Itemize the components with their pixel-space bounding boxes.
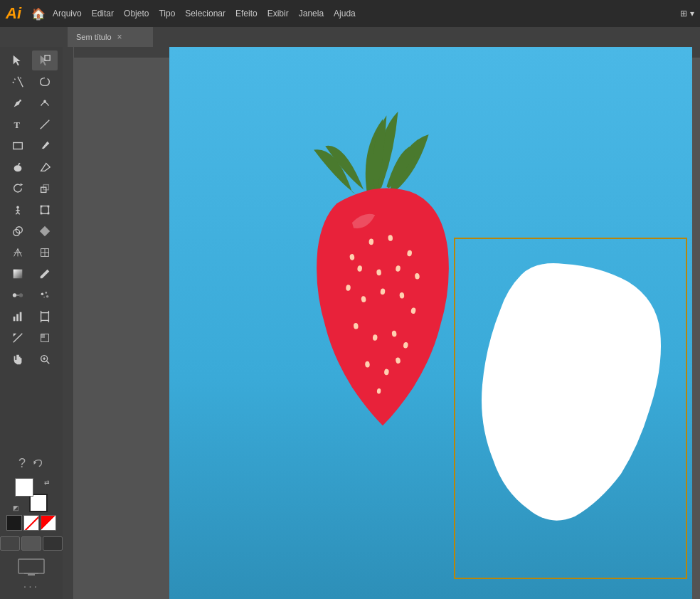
blob-brush-tool[interactable] [5,157,31,177]
svg-line-20 [18,213,20,215]
symbol-sprayer-tool[interactable] [32,285,58,305]
strawberry-scene [169,47,692,599]
select-tool[interactable] [5,51,31,70]
puppet-warp-tool[interactable] [5,200,31,220]
svg-rect-25 [48,213,50,215]
magic-wand-tool[interactable] [5,72,31,92]
color-swatch-gradient[interactable] [41,515,56,531]
arrange-icon[interactable] [17,558,46,578]
tab-close-button[interactable]: × [117,32,122,42]
workspace-switcher[interactable]: ⊞ ▾ [680,9,694,18]
svg-line-6 [21,78,21,79]
direct-select-tool[interactable] [32,51,58,70]
svg-line-10 [41,120,50,129]
help-icon[interactable]: ? [18,456,26,471]
svg-rect-45 [20,312,22,322]
color-swatch-white[interactable] [23,515,39,531]
svg-line-4 [13,82,14,83]
tool-row-10 [0,242,63,263]
swap-colors-icon[interactable]: ⇄ [44,479,50,486]
color-mode-row [6,515,56,531]
titlebar: Ai 🏠 Arquivo Editar Objeto Tipo Selecion… [0,0,700,27]
tool-row-9 [0,221,63,242]
tool-row-4: T [0,114,63,135]
menu-selecionar[interactable]: Selecionar [185,9,226,18]
screen-mode-button-2[interactable] [21,536,41,551]
home-icon[interactable]: 🏠 [31,7,46,21]
eyedropper-tool[interactable] [32,264,58,284]
artboard-tool[interactable] [32,307,58,327]
menu-efeito[interactable]: Efeito [235,9,258,18]
workspace-grid-icon: ⊞ [680,9,687,18]
menu-tipo[interactable]: Tipo [159,9,175,18]
free-transform-tool[interactable] [32,200,58,220]
workspace-dropdown-arrow: ▾ [690,9,694,18]
ruler-left [63,47,74,599]
hand-tool[interactable] [5,349,31,369]
svg-rect-24 [41,213,43,215]
tool-row-12 [0,285,63,306]
lasso-tool[interactable] [32,72,58,92]
svg-rect-22 [41,206,43,208]
live-paint-tool[interactable] [32,221,58,241]
menu-arquivo[interactable]: Arquivo [53,9,82,18]
slice-tool[interactable] [5,328,31,348]
more-tools-button[interactable]: ··· [23,581,39,593]
tool-row-6 [0,157,63,178]
menu-objeto[interactable]: Objeto [124,9,149,18]
menu-janela[interactable]: Janela [299,9,324,18]
tab-title: Sem título [76,33,112,41]
fill-color-box[interactable] [15,478,33,497]
tool-row-11 [0,263,63,285]
svg-line-5 [15,79,16,80]
svg-marker-0 [14,55,21,65]
white-blob-shape[interactable] [465,253,678,531]
curvature-tool[interactable] [32,93,58,113]
toolbar: T [0,47,63,599]
svg-point-37 [19,293,23,297]
tool-row-5 [0,135,63,157]
tool-row-1 [0,50,63,71]
svg-point-8 [43,100,46,103]
menu-ajuda[interactable]: Ajuda [334,9,356,18]
svg-rect-60 [18,559,44,573]
screen-mode-button[interactable] [0,536,20,551]
svg-point-7 [19,100,21,102]
column-graph-tool[interactable] [5,307,31,327]
line-segment-tool[interactable] [32,115,58,134]
tool-row-14 [0,327,63,349]
color-swatch-black[interactable] [6,515,22,531]
document-tab[interactable]: Sem título × [68,27,153,47]
zoom-tool[interactable] [32,349,58,369]
svg-point-41 [43,297,45,298]
type-tool[interactable]: T [5,115,31,134]
rotate-tool[interactable] [5,179,31,198]
gradient-tool[interactable] [5,264,31,284]
tool-row-7 [0,178,63,199]
blend-tool[interactable] [5,285,31,305]
svg-point-39 [41,292,44,295]
svg-marker-13 [21,184,23,186]
svg-rect-23 [48,206,50,208]
screen-mode-button-3[interactable] [43,536,63,551]
tabbar: Sem título × [0,27,700,47]
pen-tool[interactable] [5,93,31,113]
shape-builder-tool[interactable] [5,221,31,241]
paintbrush-tool[interactable] [32,136,58,156]
mesh-tool[interactable] [32,243,58,263]
svg-text:T: T [14,120,21,130]
menu-editar[interactable]: Editar [92,9,114,18]
scale-tool[interactable] [32,179,58,198]
canvas-area[interactable] [63,47,700,599]
menu-exibir[interactable]: Exibir [267,9,289,18]
svg-point-40 [45,292,47,294]
undo-icon[interactable] [31,457,44,470]
rectangle-tool[interactable] [5,136,31,156]
svg-point-12 [14,165,22,171]
perspective-grid-tool[interactable] [5,243,31,263]
eraser-tool[interactable] [32,157,58,177]
svg-line-55 [47,361,50,364]
default-colors-icon[interactable]: ◩ [13,504,19,511]
menu-bar: Arquivo Editar Objeto Tipo Selecionar Ef… [53,9,673,18]
slice-select-tool[interactable] [32,328,58,348]
